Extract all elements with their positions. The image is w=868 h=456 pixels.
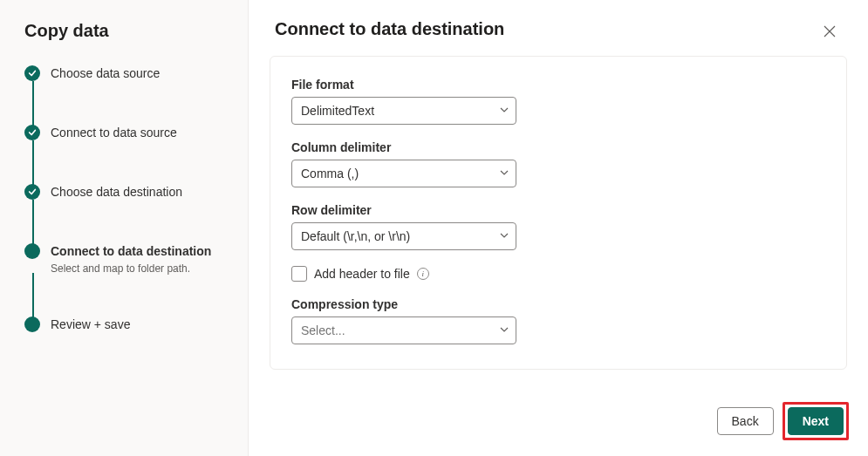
compression-type-label: Compression type [291, 297, 825, 311]
info-icon[interactable]: i [417, 268, 429, 280]
sidebar-title: Copy data [24, 21, 227, 41]
step-label: Review + save [51, 316, 227, 332]
checkmark-icon [24, 65, 40, 81]
step-connector [24, 142, 227, 184]
main-panel: Connect to data destination File format … [249, 0, 868, 456]
main-header: Connect to data destination [249, 0, 868, 56]
file-format-label: File format [291, 78, 825, 92]
step-choose-data-destination[interactable]: Choose data destination [24, 184, 227, 201]
row-delimiter-label: Row delimiter [291, 203, 825, 217]
step-connect-data-source[interactable]: Connect to data source [24, 125, 227, 142]
current-step-icon [24, 243, 40, 259]
step-sublabel: Select and map to folder path. [51, 262, 227, 275]
back-button[interactable]: Back [717, 407, 774, 435]
step-label: Connect to data destination [51, 243, 227, 259]
add-header-label: Add header to file [314, 267, 410, 281]
step-label: Choose data source [51, 65, 227, 81]
compression-type-select[interactable] [291, 316, 516, 344]
field-row-delimiter: Row delimiter [291, 203, 825, 250]
add-header-checkbox[interactable] [291, 266, 307, 282]
step-label: Connect to data source [51, 125, 227, 140]
row-delimiter-select[interactable] [291, 222, 516, 250]
step-label: Choose data destination [51, 184, 227, 200]
file-format-select[interactable] [291, 97, 516, 125]
next-button[interactable]: Next [788, 407, 844, 435]
column-delimiter-label: Column delimiter [291, 140, 825, 154]
field-add-header: Add header to file i [291, 266, 825, 282]
wizard-footer: Back Next [717, 402, 849, 440]
close-button[interactable] [817, 19, 842, 44]
step-connector [24, 201, 227, 243]
step-connector [24, 275, 227, 316]
form-card: File format Column delimiter Row delimit… [270, 56, 847, 370]
step-review-save[interactable]: Review + save [24, 316, 227, 334]
wizard-sidebar: Copy data Choose data source Connect to … [0, 0, 249, 456]
field-column-delimiter: Column delimiter [291, 140, 825, 187]
checkmark-icon [24, 125, 40, 140]
pending-step-icon [24, 316, 40, 332]
step-choose-data-source[interactable]: Choose data source [24, 65, 227, 83]
column-delimiter-select[interactable] [291, 160, 516, 187]
next-button-highlight: Next [783, 402, 849, 440]
field-compression-type: Compression type [291, 297, 825, 344]
page-title: Connect to data destination [275, 19, 504, 39]
checkmark-icon [24, 184, 40, 200]
close-icon [823, 24, 837, 38]
field-file-format: File format [291, 78, 825, 125]
step-connect-data-destination[interactable]: Connect to data destination Select and m… [24, 243, 227, 275]
wizard-steps: Choose data source Connect to data sourc… [24, 65, 227, 334]
step-connector [24, 83, 227, 125]
